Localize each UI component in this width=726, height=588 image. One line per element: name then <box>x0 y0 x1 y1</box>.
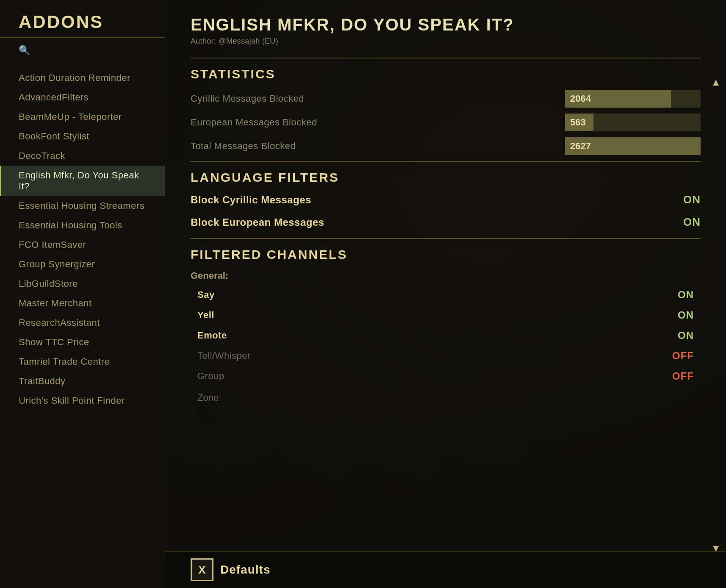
sidebar-item-3[interactable]: BookFont Stylist <box>0 127 165 146</box>
stat-value-0: 2064 <box>565 93 591 104</box>
language-filter-rows: Block Cyrillic Messages ON Block Europea… <box>191 193 701 229</box>
zone-label: Zone: <box>191 387 701 405</box>
filter-label-0: Block Cyrillic Messages <box>191 194 683 206</box>
defaults-label: Defaults <box>220 563 270 577</box>
sidebar-item-12[interactable]: ResearchAssistant <box>0 313 165 333</box>
general-label: General: <box>191 270 701 281</box>
content-inner: ENGLISH MFKR, DO YOU SPEAK IT? Author: @… <box>165 0 726 551</box>
stat-row-0: Cyrillic Messages Blocked 2064 <box>191 90 701 108</box>
sidebar-item-10[interactable]: LibGuildStore <box>0 274 165 294</box>
channel-label-0: Say <box>197 289 678 300</box>
filter-status-1: ON <box>683 216 701 229</box>
sidebar-item-9[interactable]: Group Synergizer <box>0 255 165 274</box>
stat-label-0: Cyrillic Messages Blocked <box>191 93 565 104</box>
scroll-down-arrow[interactable]: ▼ <box>711 542 721 554</box>
stat-bar-1: 563 <box>565 114 701 131</box>
sidebar-item-6[interactable]: Essential Housing Streamers <box>0 196 165 216</box>
stats-divider <box>191 58 701 58</box>
addon-list: Action Duration ReminderAdvancedFiltersB… <box>0 63 165 588</box>
channel-row-2[interactable]: Emote ON <box>191 326 701 345</box>
scroll-up-arrow[interactable]: ▲ <box>711 76 721 88</box>
stat-label-1: European Messages Blocked <box>191 117 565 128</box>
channel-row-1[interactable]: Yell ON <box>191 306 701 325</box>
defaults-icon-box: X <box>191 558 213 581</box>
sidebar-title: ADDONS <box>0 0 165 38</box>
sidebar-item-7[interactable]: Essential Housing Tools <box>0 216 165 235</box>
channel-label-4: Group <box>197 371 672 382</box>
channel-status-3: OFF <box>672 350 694 362</box>
channel-row-4[interactable]: Group OFF <box>191 367 701 386</box>
sidebar-item-15[interactable]: TraitBuddy <box>0 372 165 391</box>
sidebar-item-5[interactable]: English Mfkr, Do You Speak It? <box>0 166 165 196</box>
statistics-title: STATISTICS <box>191 67 701 81</box>
bottom-bar: X Defaults <box>165 551 726 588</box>
filter-label-1: Block European Messages <box>191 216 683 228</box>
content-panel: ENGLISH MFKR, DO YOU SPEAK IT? Author: @… <box>165 0 726 588</box>
sidebar-item-0[interactable]: Action Duration Reminder <box>0 68 165 88</box>
channel-label-2: Emote <box>197 330 678 341</box>
filter-row-1[interactable]: Block European Messages ON <box>191 216 701 229</box>
stat-bar-2: 2627 <box>565 137 701 155</box>
stat-bar-0: 2064 <box>565 90 701 108</box>
stat-value-1: 563 <box>565 117 586 128</box>
sidebar-item-1[interactable]: AdvancedFilters <box>0 88 165 107</box>
stat-row-2: Total Messages Blocked 2627 <box>191 137 701 155</box>
search-icon[interactable]: 🔍 <box>19 45 30 55</box>
sidebar-item-11[interactable]: Master Merchant <box>0 294 165 313</box>
channel-status-0: ON <box>678 289 694 301</box>
sidebar: ADDONS 🔍 Action Duration ReminderAdvance… <box>0 0 165 588</box>
channels-divider <box>191 238 701 239</box>
channel-rows: Say ON Yell ON Emote ON Tell/Whisper OFF… <box>191 286 701 386</box>
addon-title: ENGLISH MFKR, DO YOU SPEAK IT? <box>191 15 701 34</box>
channel-status-2: ON <box>678 330 694 341</box>
sidebar-item-4[interactable]: DecoTrack <box>0 146 165 166</box>
sidebar-item-14[interactable]: Tamriel Trade Centre <box>0 352 165 372</box>
filter-row-0[interactable]: Block Cyrillic Messages ON <box>191 193 701 206</box>
sidebar-item-2[interactable]: BeamMeUp - Teleporter <box>0 107 165 127</box>
stat-label-2: Total Messages Blocked <box>191 141 565 152</box>
stat-row-1: European Messages Blocked 563 <box>191 114 701 131</box>
sidebar-item-13[interactable]: Show TTC Price <box>0 333 165 352</box>
defaults-button[interactable]: X Defaults <box>191 558 270 581</box>
statistics-rows: Cyrillic Messages Blocked 2064 European … <box>191 90 701 155</box>
filtered-channels-title: FILTERED CHANNELS <box>191 247 701 262</box>
addon-author: Author: @Messajah (EU) <box>191 37 701 46</box>
filter-status-0: ON <box>683 193 701 206</box>
sidebar-item-8[interactable]: FCO ItemSaver <box>0 235 165 255</box>
channel-row-3[interactable]: Tell/Whisper OFF <box>191 347 701 365</box>
channel-row-0[interactable]: Say ON <box>191 286 701 304</box>
channel-status-1: ON <box>678 309 694 321</box>
sidebar-item-16[interactable]: Urich's Skill Point Finder <box>0 391 165 410</box>
channel-status-4: OFF <box>672 370 694 382</box>
channel-label-3: Tell/Whisper <box>197 350 672 361</box>
language-filters-title: LANGUAGE FILTERS <box>191 170 701 185</box>
channel-label-1: Yell <box>197 310 678 321</box>
search-bar[interactable]: 🔍 <box>0 38 165 63</box>
stat-value-2: 2627 <box>565 141 591 152</box>
filters-divider <box>191 161 701 162</box>
